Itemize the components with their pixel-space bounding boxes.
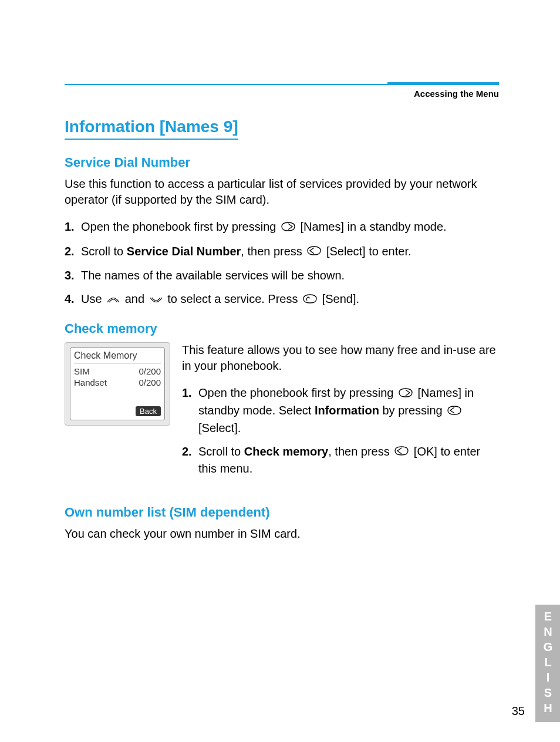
softkey-left-icon xyxy=(306,244,322,260)
phone-row-label: SIM xyxy=(74,366,90,376)
step-3: 3. The names of the available services w… xyxy=(65,267,499,284)
page-number: 35 xyxy=(512,704,525,718)
send-key-icon xyxy=(302,292,318,308)
rule-thick xyxy=(387,82,499,85)
page-content: Accessing the Menu Information [Names 9]… xyxy=(65,82,499,552)
softkey-left-icon xyxy=(447,403,462,420)
softkey-right-icon xyxy=(398,386,413,402)
step-text: Scroll to Check memory, then press [OK] … xyxy=(198,443,499,477)
section-own-number-intro: You can check your own number in SIM car… xyxy=(65,526,499,542)
section-service-dial-intro: Use this function to access a particular… xyxy=(65,176,499,208)
phone-row-sim: SIM 0/200 xyxy=(74,366,161,377)
section-check-memory-heading: Check memory xyxy=(65,321,499,336)
step-1: 1. Open the phonebook first by pressing … xyxy=(182,385,499,436)
step-text: Open the phonebook first by pressing [Na… xyxy=(81,218,499,236)
section-check-memory-intro: This feature allows you to see how many … xyxy=(182,342,499,374)
step-text: Use and to select a service. Press [Send… xyxy=(81,291,499,308)
section1-steps: 1. Open the phonebook first by pressing … xyxy=(65,218,499,308)
section2-steps: 1. Open the phonebook first by pressing … xyxy=(182,385,499,477)
phone-back-softkey: Back xyxy=(136,406,161,416)
section-own-number-heading: Own number list (SIM dependent) xyxy=(65,505,499,520)
header-rule xyxy=(65,82,499,85)
step-number: 2. xyxy=(182,443,198,477)
phone-row-handset: Handset 0/200 xyxy=(74,377,161,388)
step-number: 1. xyxy=(182,385,198,436)
phone-inner: Check Memory SIM 0/200 Handset 0/200 Bac… xyxy=(70,348,165,420)
step-1: 1. Open the phonebook first by pressing … xyxy=(65,218,499,236)
phone-softkey-row: Back xyxy=(74,406,161,416)
section-service-dial-heading: Service Dial Number xyxy=(65,155,499,170)
step-text: The names of the available services will… xyxy=(81,267,499,284)
nav-up-icon xyxy=(106,292,120,308)
step-2: 2. Scroll to Service Dial Number, then p… xyxy=(65,243,499,261)
language-tab: ENGLISH xyxy=(535,605,560,722)
step-number: 1. xyxy=(65,218,81,236)
step-text: Scroll to Service Dial Number, then pres… xyxy=(81,243,499,261)
step-4: 4. Use and to select a service. Press [S… xyxy=(65,291,499,308)
step-number: 4. xyxy=(65,291,81,308)
step-text: Open the phonebook first by pressing [Na… xyxy=(198,385,499,436)
phone-screenshot: Check Memory SIM 0/200 Handset 0/200 Bac… xyxy=(65,342,170,426)
step-2: 2. Scroll to Check memory, then press [O… xyxy=(182,443,499,477)
phone-row-label: Handset xyxy=(74,377,107,387)
softkey-right-icon xyxy=(281,220,296,236)
section2-body: Check Memory SIM 0/200 Handset 0/200 Bac… xyxy=(65,342,499,490)
page-title: Information [Names 9] xyxy=(65,117,238,140)
step-number: 2. xyxy=(65,243,81,261)
phone-row-value: 0/200 xyxy=(139,366,161,376)
rule-thin xyxy=(65,84,387,85)
nav-down-icon xyxy=(149,292,163,308)
phone-screen-title: Check Memory xyxy=(74,350,161,363)
breadcrumb: Accessing the Menu xyxy=(65,89,499,99)
section2-text: This feature allows you to see how many … xyxy=(182,342,499,490)
phone-row-value: 0/200 xyxy=(139,377,161,387)
step-number: 3. xyxy=(65,267,81,284)
softkey-left-icon xyxy=(394,444,409,460)
